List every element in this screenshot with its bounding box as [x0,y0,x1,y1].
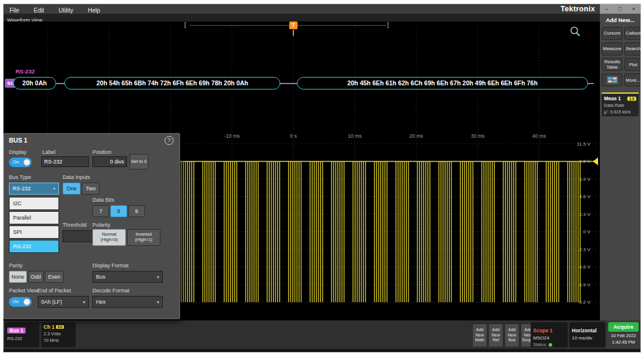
bus-type-dropdown[interactable]: RS-232 ▾ [9,183,59,195]
voltage-label: 2.3 V [563,212,590,217]
ch1-badge-title: Ch 1 [44,324,54,330]
scope1-model: MSO24 [533,335,565,341]
add-callout-button[interactable]: Callout [624,27,641,40]
measurement-source-badge: 1.0 [627,97,636,101]
measurement-badge[interactable]: Meas 1 1.0 Data Rate µ': 9.615 kb/s [602,92,639,116]
bus-type-option-spi[interactable]: SPI [9,226,59,239]
add-plot-button[interactable]: Plot [624,58,641,71]
add-new-sidebar: Add New... Cursors Callout Measure Searc… [600,14,640,320]
data-bits-8-button[interactable]: 8 [110,205,127,217]
time-label: 40 ms [526,133,552,139]
data-inputs-one-button[interactable]: One [63,183,80,195]
toggle-state-label: On [13,159,19,165]
decoded-packet[interactable]: 20h 54h 65h 6Bh 74h 72h 6Fh 6Eh 69h 78h … [64,77,280,89]
chevron-down-icon: ▾ [157,300,159,305]
time-label: 30 ms [465,133,491,139]
help-icon[interactable]: ? [165,136,174,145]
toggle-state-label: On [13,299,19,304]
expansion-bracket-right[interactable]: ] [387,21,389,28]
scope1-panel[interactable]: Scope 1 MSO24 Status: [531,322,568,347]
add-new-math-button[interactable]: Add New Math [472,323,487,347]
bus-type-label: Bus Type [9,174,31,180]
decoded-packet[interactable]: 20h 0Ah [13,77,56,89]
bus-label-input[interactable]: RS-232 [41,156,89,167]
measurement-title: Meas 1 [604,95,621,101]
chevron-down-icon: ▾ [53,186,55,192]
maximize-icon[interactable]: □ [618,6,621,12]
more-button[interactable]: More... [624,73,641,87]
packet-view-label: Packet View [9,288,38,294]
display-format-dropdown[interactable]: Bus ▾ [92,271,163,283]
acquire-button[interactable]: Acquire [608,322,639,332]
end-of-packet-dropdown[interactable]: 0Ah (LF) ▾ [38,296,89,308]
voltage-label: 0 V [563,229,590,234]
bus1-badge-title: Bus 1 [7,328,26,334]
add-mask-button[interactable] [602,73,623,87]
bus1-badge-subtitle: RS-232 [7,336,37,341]
toggle-knob-icon [23,159,30,166]
expansion-line [190,25,386,26]
display-format-label: Display Format [92,263,129,268]
horizontal-panel[interactable]: Horizontal 10 ms/div [569,322,605,347]
voltage-label: -4.6 V [563,264,590,270]
display-toggle[interactable]: On [9,158,32,167]
settings-bar: Bus 1 RS-232 Ch 1 ED 2.3 V/div 70 MHz Ad… [4,320,640,349]
menu-bar: File Edit Utility Help Tektronix – □ × [4,4,640,14]
decode-format-dropdown[interactable]: Hex ▾ [92,296,163,308]
position-label: Position [92,149,112,155]
ch1-badge-chip: ED [56,325,63,329]
tab-bar: Waveform View [4,14,600,21]
end-of-packet-label: End of Packet [38,288,71,294]
set-to-zero-button[interactable]: Set to 0 [129,154,148,169]
date-label: 10 Feb 2022 [608,333,639,338]
label-label: Label [42,149,55,155]
bus-type-option-parallel[interactable]: Parallel [9,211,59,224]
bus-type-option-i2c[interactable]: I2C [9,197,59,210]
data-bits-9-button[interactable]: 9 [128,205,145,217]
sidebar-title: Add New... [602,17,639,23]
chevron-down-icon: ▾ [83,300,85,305]
bus-config-dialog: BUS 1 ? Display On Label RS-232 Position… [4,133,180,319]
parity-odd-button[interactable]: Odd [28,271,44,283]
measurement-value: µ': 9.615 kb/s [604,109,636,115]
horizontal-scale: 10 ms/div [572,335,603,341]
mask-grid-icon [607,76,618,84]
bus1-badge[interactable]: Bus 1 RS-232 [5,322,39,347]
parity-even-button[interactable]: Even [45,271,64,283]
close-icon[interactable]: × [632,6,635,12]
polarity-normal-button[interactable]: Normal (High=0) [92,229,126,246]
end-of-packet-value: 0Ah (LF) [41,299,62,305]
ch1-bandwidth: 70 MHz [44,338,73,343]
time-label: 20 ms [403,133,429,139]
voltage-label: -9.2 V [563,300,590,305]
minimize-icon[interactable]: – [605,6,608,12]
polarity-inverted-button[interactable]: Inverted (High=1) [127,229,160,246]
decode-format-label: Decode Format [92,288,129,294]
toggle-knob-icon [23,298,30,305]
position-input[interactable]: 0 divs [92,156,127,167]
bus-type-option-rs232[interactable]: RS-232 [9,240,59,253]
add-new-bus-button[interactable]: Add New Bus [504,323,519,347]
expansion-bracket-left[interactable]: [ [184,21,186,28]
data-bits-label: Data Bits [92,197,114,203]
display-format-value: Bus [96,274,106,280]
parity-none-button[interactable]: None [9,271,27,283]
threshold-label: Threshold [63,222,86,228]
bus-type-value: RS-232 [13,186,31,192]
add-measure-button[interactable]: Measure [602,42,623,55]
data-inputs-two-button[interactable]: Two [82,183,100,195]
status-ok-icon [549,343,552,347]
display-label: Display [9,149,27,155]
oscilloscope-app-window: File Edit Utility Help Tektronix – □ × W… [3,4,641,353]
data-bits-7-button[interactable]: 7 [92,205,109,217]
packet-view-toggle[interactable]: On [9,297,32,307]
voltage-label: -6.9 V [563,282,590,288]
magnifier-icon[interactable] [570,26,581,37]
add-search-button[interactable]: Search [624,42,641,55]
add-results-table-button[interactable]: Results Table [602,58,623,71]
decoded-packet[interactable]: 20h 45h 6Eh 61h 62h 6Ch 69h 6Eh 67h 20h … [297,77,588,89]
add-new-ref-button[interactable]: Add New Ref [488,323,503,347]
add-cursors-button[interactable]: Cursors [602,27,623,40]
ch1-badge[interactable]: Ch 1 ED 2.3 V/div 70 MHz [41,322,76,347]
trigger-position-icon[interactable]: T [289,21,298,29]
